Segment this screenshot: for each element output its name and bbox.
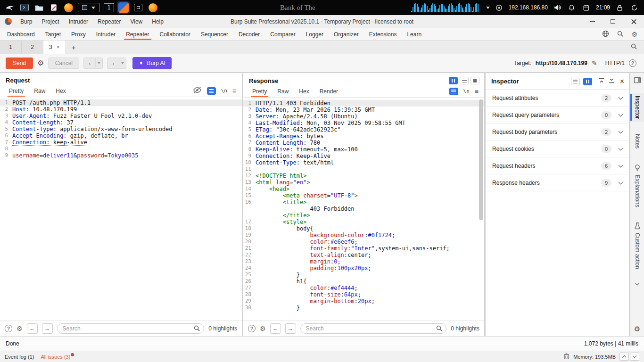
browser-globe-icon[interactable] (602, 30, 609, 39)
layout-list-icon[interactable] (460, 77, 469, 84)
code-line[interactable]: 4Content-Length: 37 (0, 119, 242, 126)
kali-logo-icon[interactable] (5, 2, 15, 13)
collapse-panel-chevron-down-icon[interactable] (630, 353, 639, 361)
window-tool-icon[interactable] (133, 2, 143, 13)
main-tab-repeater[interactable]: Repeater (121, 28, 154, 40)
settings-gear-icon[interactable]: ⚙ (631, 31, 637, 38)
main-tab-decoder[interactable]: Decoder (233, 28, 265, 40)
code-line[interactable]: </title> (243, 212, 484, 219)
rail-tab-custom-action[interactable]: Custom action (630, 219, 644, 272)
response-scrollbar[interactable] (479, 99, 483, 319)
repeater-tab-3[interactable]: 3× (43, 41, 66, 54)
response-tab-pretty[interactable]: Pretty (247, 85, 272, 97)
menu-view[interactable]: View (125, 15, 147, 28)
network-status-icon[interactable] (494, 2, 504, 13)
code-line[interactable]: 9username=deliver11&password=Tokyo0035 (0, 152, 242, 159)
code-line[interactable]: 15 <meta charset="UTF-8"> (243, 192, 484, 199)
code-line[interactable]: 24 padding:100px20px; (243, 265, 484, 272)
burp-taskbar-icon[interactable] (118, 2, 129, 13)
rail-scroll-chevron-down-icon[interactable] (636, 281, 639, 286)
editor-menu-icon[interactable]: ≡ (232, 88, 236, 94)
code-line[interactable]: 7Connection: keep-alive (0, 139, 242, 146)
code-line[interactable]: 1HTTP/1.1 403 Forbidden (243, 100, 484, 107)
code-line[interactable]: 13<html lang="en"> (243, 179, 484, 186)
repeater-tab-2[interactable]: 2 (22, 41, 43, 54)
code-line[interactable]: 19 background-color:#0f1724; (243, 232, 484, 239)
rail-tab-inspector[interactable]: Inspector (630, 93, 644, 122)
dock-panel-icon[interactable] (634, 77, 641, 83)
response-tab-render[interactable]: Render (314, 85, 343, 97)
syntax-highlight-toggle-icon[interactable] (207, 87, 216, 95)
code-line[interactable]: 21 font-family:"Inter",system-ui,sans-se… (243, 245, 484, 252)
protocol-selector[interactable]: HTTP/1 (605, 60, 625, 66)
inspector-section-request-headers[interactable]: Request headers6 (486, 157, 629, 174)
code-line[interactable]: 403 Forbidden (243, 206, 484, 212)
clock[interactable]: 21:09 (596, 4, 610, 11)
code-line[interactable]: 6Accept-Encoding: gzip, deflate, br (0, 132, 242, 139)
code-line[interactable]: 18 body{ (243, 225, 484, 232)
stop-render-icon[interactable] (471, 77, 479, 84)
file-manager-icon[interactable] (34, 2, 44, 13)
maximize-button[interactable] (603, 15, 623, 28)
main-tab-logger[interactable]: Logger (301, 28, 329, 40)
search-icon[interactable] (630, 43, 637, 51)
code-line[interactable]: 5Content-Type: application/x-www-form-ur… (0, 126, 242, 132)
main-tab-sequencer[interactable]: Sequencer (196, 28, 233, 40)
expand-panel-chevron-up-icon[interactable] (619, 353, 629, 361)
garbage-collect-trash-icon[interactable] (563, 353, 570, 361)
menu-help[interactable]: Help (147, 15, 168, 28)
code-line[interactable]: 16 <title> (243, 199, 484, 206)
code-line[interactable]: 25 } (243, 272, 484, 278)
response-search-input[interactable] (300, 323, 447, 334)
response-editor[interactable]: 1HTTP/1.1 403 Forbidden2Date: Mon, 23 Ma… (243, 98, 484, 321)
response-tab-hex[interactable]: Hex (294, 85, 314, 97)
firefox-icon[interactable] (63, 2, 74, 13)
main-tab-extensions[interactable]: Extensions (364, 28, 402, 40)
minimize-button[interactable] (582, 15, 603, 28)
help-icon[interactable]: ? (248, 325, 256, 332)
main-tab-organizer[interactable]: Organizer (329, 28, 364, 40)
forward-button[interactable]: › (107, 58, 119, 69)
prev-match-button[interactable]: ← (270, 323, 281, 334)
settings-gear-icon[interactable]: ⚙ (634, 325, 640, 333)
code-line[interactable]: 1POST /auth.php HTTP/1.1 (0, 99, 242, 106)
inspector-section-request-query-parameters[interactable]: Request query parameters0 (486, 107, 629, 123)
request-editor[interactable]: 1POST /auth.php HTTP/1.12Host: 10.48.170… (0, 97, 242, 321)
code-line[interactable]: 6Accept-Ranges: bytes (243, 133, 484, 140)
chevron-down-icon[interactable] (619, 146, 623, 150)
code-line[interactable]: 11 (243, 166, 484, 173)
code-line[interactable]: 4Last-Modified: Mon, 03 Nov 2025 09:58:5… (243, 120, 484, 126)
code-line[interactable]: 17 <style> (243, 219, 484, 225)
code-line[interactable]: 28 font-size:64px; (243, 291, 484, 298)
menu-repeater[interactable]: Repeater (93, 15, 125, 28)
code-line[interactable]: 10Content-Type: text/html (243, 159, 484, 166)
code-line[interactable]: 23 margin:0; (243, 258, 484, 265)
next-match-button[interactable]: → (285, 323, 296, 334)
code-line[interactable]: 5ETag: "30c-642adc362923c" (243, 126, 484, 133)
inspector-section-response-headers[interactable]: Response headers9 (486, 174, 629, 191)
inspector-pin-toggle-icon[interactable] (583, 78, 592, 85)
editor-menu-icon[interactable]: ≡ (475, 88, 479, 95)
close-tab-icon[interactable]: × (57, 44, 60, 50)
inspector-dock-toggle-icon[interactable] (571, 78, 580, 85)
cancel-button[interactable]: Cancel (48, 58, 79, 69)
chevron-down-icon[interactable] (486, 7, 490, 9)
code-line[interactable]: 22 text-align:center; (243, 252, 484, 258)
code-line[interactable]: 14 <head> (243, 186, 484, 192)
rail-tab-explanations[interactable]: Explanations (630, 161, 644, 210)
close-inspector-icon[interactable]: × (620, 78, 624, 85)
chevron-down-icon[interactable] (619, 180, 623, 184)
target-url[interactable]: http://10.48.170.199 (536, 60, 587, 66)
code-line[interactable]: 9Connection: Keep-Alive (243, 153, 484, 159)
request-settings-gear-icon[interactable]: ⚙ (37, 59, 44, 67)
inspector-section-request-attributes[interactable]: Request attributes2 (486, 90, 629, 107)
inspector-section-request-body-parameters[interactable]: Request body parameters2 (486, 123, 629, 140)
forward-dropdown-icon[interactable] (119, 58, 126, 69)
chevron-down-icon[interactable] (619, 163, 623, 167)
collapse-all-icon[interactable] (598, 77, 605, 85)
code-line[interactable]: 3User-Agent: Fuzz Faster U Fool v2.1.0-d… (0, 113, 242, 119)
code-line[interactable]: 27 color:#ef4444; (243, 285, 484, 291)
main-tab-comparer[interactable]: Comparer (265, 28, 300, 40)
pause-updates-icon[interactable] (449, 77, 458, 84)
main-tab-dashboard[interactable]: Dashboard (2, 28, 40, 40)
